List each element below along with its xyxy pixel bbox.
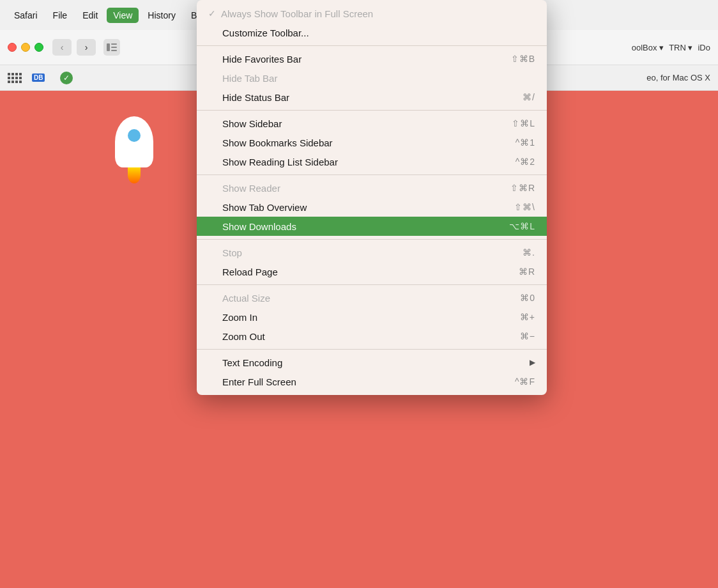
- svg-rect-2: [111, 47, 117, 48]
- separator-2: [197, 110, 547, 111]
- menu-shortcut-hide-status-bar: ⌘/: [523, 92, 535, 102]
- menu-shortcut-show-reader: ⇧⌘R: [510, 183, 535, 193]
- sidebar-toggle-button[interactable]: [103, 39, 120, 56]
- trn-label: TRN ▾: [669, 43, 692, 52]
- ido-button[interactable]: iDo: [698, 43, 710, 52]
- menu-shortcut-zoom-in: ⌘+: [520, 312, 535, 322]
- menu-item-hide-tab-bar[interactable]: Hide Tab Bar: [197, 68, 547, 88]
- menu-shortcut-stop: ⌘.: [523, 247, 535, 258]
- menu-item-actual-size[interactable]: Actual Size ⌘0: [197, 288, 547, 307]
- toolbox-label: oolBox ▾: [632, 43, 664, 52]
- menu-item-zoom-out[interactable]: Zoom Out ⌘−: [197, 327, 547, 346]
- menu-label-stop: Stop: [222, 247, 242, 258]
- svg-rect-3: [111, 50, 117, 51]
- traffic-lights: [8, 43, 43, 52]
- menu-item-always-show-toolbar[interactable]: ✓ Always Show Toolbar in Full Screen: [197, 4, 547, 23]
- menubar-edit[interactable]: Edit: [76, 8, 104, 23]
- tab-check[interactable]: ✓: [55, 70, 78, 86]
- separator-4: [197, 239, 547, 240]
- menubar-safari[interactable]: Safari: [8, 8, 44, 23]
- menu-shortcut-reload-page: ⌘R: [519, 267, 535, 277]
- menubar-view[interactable]: View: [107, 8, 139, 23]
- menu-label-text-encoding: Text Encoding: [222, 357, 282, 368]
- menu-label-show-reader: Show Reader: [222, 183, 280, 194]
- forward-button[interactable]: ›: [77, 39, 96, 56]
- menu-shortcut-zoom-out: ⌘−: [520, 331, 535, 341]
- menu-item-show-sidebar[interactable]: Show Sidebar ⇧⌘L: [197, 114, 547, 133]
- toolbox-button[interactable]: oolBox ▾: [632, 43, 664, 52]
- menu-item-customize-toolbar[interactable]: Customize Toolbar...: [197, 23, 547, 42]
- separator-6: [197, 349, 547, 350]
- menu-item-text-encoding[interactable]: Text Encoding ▶: [197, 353, 547, 372]
- menu-item-show-tab-overview[interactable]: Show Tab Overview ⇧⌘\: [197, 197, 547, 217]
- svg-rect-1: [111, 43, 117, 45]
- ido-label: iDo: [698, 43, 710, 52]
- tab-db[interactable]: DB: [27, 72, 50, 83]
- menu-label-show-reading-list-sidebar: Show Reading List Sidebar: [222, 157, 338, 167]
- rocket-flame: [128, 167, 141, 183]
- menu-item-stop[interactable]: Stop ⌘.: [197, 243, 547, 262]
- menu-label-show-bookmarks-sidebar: Show Bookmarks Sidebar: [222, 137, 333, 148]
- menu-item-reload-page[interactable]: Reload Page ⌘R: [197, 262, 547, 281]
- menu-label-hide-status-bar: Hide Status Bar: [222, 92, 289, 103]
- menu-label-hide-tab-bar: Hide Tab Bar: [222, 73, 277, 84]
- menu-label-show-downloads: Show Downloads: [222, 221, 296, 232]
- check-icon: ✓: [60, 72, 73, 84]
- menu-label-actual-size: Actual Size: [222, 293, 270, 304]
- back-button[interactable]: ‹: [52, 39, 72, 56]
- menu-item-show-reading-list-sidebar[interactable]: Show Reading List Sidebar ^⌘2: [197, 152, 547, 171]
- rocket-body: [115, 116, 153, 167]
- close-button[interactable]: [8, 43, 17, 52]
- minimize-button[interactable]: [21, 43, 30, 52]
- db-icon: DB: [32, 74, 45, 82]
- grid-view-icon[interactable]: [8, 73, 22, 83]
- separator-3: [197, 174, 547, 175]
- menu-label-customize-toolbar: Customize Toolbar...: [222, 27, 309, 38]
- submenu-arrow-icon: ▶: [530, 358, 535, 367]
- rocket-window: [128, 129, 141, 142]
- menu-item-show-bookmarks-sidebar[interactable]: Show Bookmarks Sidebar ^⌘1: [197, 133, 547, 152]
- menu-label-enter-full-screen: Enter Full Screen: [222, 376, 296, 387]
- fullscreen-button[interactable]: [34, 43, 43, 52]
- toolbar-right: oolBox ▾ TRN ▾ iDo: [632, 43, 710, 52]
- menu-shortcut-enter-full-screen: ^⌘F: [515, 376, 535, 387]
- menu-shortcut-hide-favorites-bar: ⇧⌘B: [511, 54, 535, 64]
- menu-shortcut-show-downloads: ⌥⌘L: [509, 221, 535, 231]
- address-text: eo, for Mac OS X: [646, 73, 710, 82]
- menubar-file[interactable]: File: [47, 8, 74, 23]
- menu-item-hide-status-bar[interactable]: Hide Status Bar ⌘/: [197, 88, 547, 107]
- menu-item-hide-favorites-bar[interactable]: Hide Favorites Bar ⇧⌘B: [197, 49, 547, 68]
- menu-label-reload-page: Reload Page: [222, 267, 278, 277]
- menu-label-hide-favorites-bar: Hide Favorites Bar: [222, 54, 302, 65]
- menu-item-enter-full-screen[interactable]: Enter Full Screen ^⌘F: [197, 372, 547, 391]
- menu-label-show-sidebar: Show Sidebar: [222, 118, 282, 129]
- svg-rect-0: [107, 43, 110, 51]
- menu-shortcut-show-tab-overview: ⇧⌘\: [514, 202, 535, 212]
- separator-5: [197, 284, 547, 285]
- menu-item-zoom-in[interactable]: Zoom In ⌘+: [197, 307, 547, 327]
- menu-item-show-downloads[interactable]: Show Downloads ⌥⌘L: [197, 217, 547, 236]
- view-dropdown-menu: ✓ Always Show Toolbar in Full Screen Cus…: [197, 0, 547, 395]
- separator-1: [197, 45, 547, 46]
- menu-label-show-tab-overview: Show Tab Overview: [222, 202, 307, 213]
- menu-shortcut-actual-size: ⌘0: [520, 293, 535, 303]
- menu-shortcut-show-bookmarks-sidebar: ^⌘1: [516, 137, 535, 148]
- menu-label-zoom-out: Zoom Out: [222, 331, 265, 342]
- menu-label-zoom-in: Zoom In: [222, 312, 257, 323]
- menubar-history[interactable]: History: [141, 8, 182, 23]
- menu-label-always-show-toolbar: Always Show Toolbar in Full Screen: [221, 8, 373, 19]
- menu-item-show-reader[interactable]: Show Reader ⇧⌘R: [197, 178, 547, 197]
- menu-shortcut-show-reading-list-sidebar: ^⌘2: [516, 157, 535, 167]
- trn-button[interactable]: TRN ▾: [669, 43, 692, 52]
- rocket-illustration: [96, 116, 172, 193]
- menu-shortcut-show-sidebar: ⇧⌘L: [512, 118, 535, 128]
